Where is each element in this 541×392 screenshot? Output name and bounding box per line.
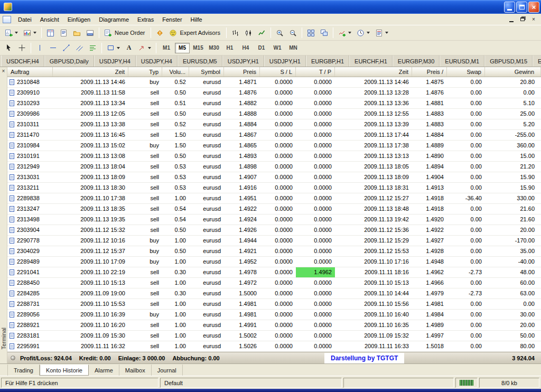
terminal-tab-konto-historie[interactable]: Konto Historie <box>40 365 89 376</box>
cascade-windows-button[interactable] <box>318 27 330 39</box>
timeframe-h1-button[interactable]: H1 <box>222 43 237 53</box>
text-tool-button[interactable]: A <box>123 42 135 54</box>
table-row[interactable]: 22831812009.11.09 15:30sell1.00eurusd1.5… <box>7 331 541 341</box>
column-header-open-price[interactable]: Preis <box>224 67 260 77</box>
expert-advisors-button[interactable]: Expert Advisors <box>167 27 223 39</box>
terminal-panel-button[interactable] <box>84 27 96 39</box>
table-row[interactable]: 23102932009.11.13 13:34sell0.51eurusd1.4… <box>7 98 541 109</box>
data-window-button[interactable] <box>58 27 70 39</box>
tile-windows-button[interactable] <box>305 27 317 39</box>
chart-tab-11[interactable]: GBPUSD,M15 <box>484 55 533 67</box>
minimize-button[interactable] <box>504 2 515 13</box>
column-header-order[interactable]: Auftrag <box>7 67 53 77</box>
table-row[interactable]: 23099862009.11.13 12:05sell0.50eurusd1.4… <box>7 109 541 119</box>
zoom-out-button[interactable] <box>287 27 299 39</box>
chart-tab-5[interactable]: USDJPY,H1 <box>222 55 264 67</box>
indicators-button[interactable] <box>336 27 353 39</box>
timeframe-m5-button[interactable]: M5 <box>175 43 190 53</box>
chart-tab-12[interactable]: EU <box>533 55 541 67</box>
table-row[interactable]: 22959912009.11.11 16:32sell1.00eurusd1.5… <box>7 341 541 352</box>
column-header-swap[interactable]: Swap <box>447 67 485 77</box>
column-header-profit[interactable]: Gewinn <box>485 67 541 77</box>
column-header-tp[interactable]: T / P <box>296 67 335 77</box>
new-chart-button[interactable] <box>3 27 20 39</box>
menu-item-ansicht[interactable]: Ansicht <box>36 14 63 25</box>
column-header-close-price[interactable]: Preis / <box>412 67 447 77</box>
line-chart-button[interactable] <box>256 27 268 39</box>
menu-item-datei[interactable]: Datei <box>14 14 36 25</box>
table-row[interactable]: 22898382009.11.10 17:38sell1.00eurusd1.4… <box>7 193 541 204</box>
chart-tab-7[interactable]: EURGBP,H1 <box>306 55 349 67</box>
chart-tab-10[interactable]: EURUSD,M1 <box>440 55 484 67</box>
candlestick-chart-button[interactable] <box>242 27 255 39</box>
chart-tab-0[interactable]: USDCHF,H4 <box>1 55 44 67</box>
menu-item-extras[interactable]: Extras <box>133 14 158 25</box>
table-row[interactable]: 23134982009.11.13 19:35sell0.54eurusd1.4… <box>7 214 541 225</box>
timeframe-m1-button[interactable]: M1 <box>159 43 174 53</box>
timeframe-d1-button[interactable]: D1 <box>254 43 269 53</box>
column-header-sl[interactable]: S / L <box>260 67 296 77</box>
bar-chart-button[interactable] <box>229 27 241 39</box>
table-row[interactable]: 22910412009.11.10 22:19sell0.30eurusd1.4… <box>7 267 541 278</box>
chart-tab-9[interactable]: EURGBP,M30 <box>393 55 440 67</box>
chart-tab-2[interactable]: USDJPY,H4 <box>94 55 136 67</box>
column-header-type[interactable]: Typ <box>128 67 162 77</box>
terminal-tab-mailbox[interactable]: Mailbox <box>119 365 152 376</box>
maximize-button[interactable] <box>516 2 527 13</box>
zoom-in-button[interactable] <box>274 27 286 39</box>
table-row[interactable]: 23114702009.11.13 16:45sell1.50eurusd1.4… <box>7 130 541 141</box>
table-row[interactable]: 23101912009.11.13 13:08sell0.50eurusd1.4… <box>7 151 541 162</box>
chart-tab-4[interactable]: EURUSD,M5 <box>178 55 222 67</box>
table-row[interactable]: 23108482009.11.13 14:46buy0.52eurusd1.48… <box>7 77 541 88</box>
periods-button[interactable] <box>355 27 372 39</box>
channel-tool-button[interactable] <box>73 42 86 54</box>
table-row[interactable]: 23109842009.11.13 15:02buy1.50eurusd1.48… <box>7 141 541 151</box>
new-order-button[interactable]: Neue Order <box>102 27 148 39</box>
metaeditor-button[interactable] <box>154 27 166 39</box>
table-row[interactable]: 23132472009.11.13 18:35sell0.54eurusd1.4… <box>7 204 541 214</box>
chart-tab-3[interactable]: USDJPY,H4 <box>136 55 178 67</box>
vertical-line-tool-button[interactable] <box>34 42 46 54</box>
column-header-open-time[interactable]: Zeit <box>53 67 128 77</box>
table-row[interactable]: 23040292009.11.12 15:37buy0.50eurusd1.49… <box>7 246 541 257</box>
table-row[interactable]: 22887312009.11.10 15:53sell1.00eurusd1.4… <box>7 299 541 310</box>
mdi-close-button[interactable]: × <box>529 15 538 23</box>
table-row[interactable]: 22894892009.11.10 17:09buy1.00eurusd1.49… <box>7 257 541 267</box>
templates-button[interactable] <box>373 27 390 39</box>
menu-item-einfügen[interactable]: Einfügen <box>63 14 95 25</box>
table-row[interactable]: 22890562009.11.10 16:39buy1.00eurusd1.49… <box>7 310 541 320</box>
chart-tab-1[interactable]: GBPUSD,Daily <box>44 55 94 67</box>
table-row[interactable]: 23129492009.11.13 18:04sell0.53eurusd1.4… <box>7 162 541 172</box>
fibonacci-tool-button[interactable] <box>87 42 99 54</box>
column-header-close-time[interactable]: Zeit <box>335 67 412 77</box>
trendline-tool-button[interactable] <box>60 42 72 54</box>
terminal-close-button[interactable]: × <box>2 68 5 74</box>
terminal-tab-journal[interactable]: Journal <box>152 365 183 376</box>
table-row[interactable]: 22889212009.11.10 16:20sell1.00eurusd1.4… <box>7 320 541 331</box>
column-header-volume[interactable]: Volu... <box>162 67 189 77</box>
table-row[interactable]: 23099102009.11.13 11:58sell0.50eurusd1.4… <box>7 88 541 98</box>
table-row[interactable]: 23103112009.11.13 13:38sell0.52eurusd1.4… <box>7 119 541 130</box>
cursor-tool-button[interactable] <box>3 42 15 54</box>
arrows-tool-button[interactable] <box>136 42 153 54</box>
navigator-button[interactable] <box>71 27 83 39</box>
timeframe-m30-button[interactable]: M30 <box>207 43 221 53</box>
chart-tab-8[interactable]: EURCHF,H1 <box>349 55 393 67</box>
terminal-tab-trading[interactable]: Trading <box>7 365 40 376</box>
timeframe-h4-button[interactable]: H4 <box>238 43 253 53</box>
timeframe-w1-button[interactable]: W1 <box>270 43 285 53</box>
mdi-minimize-button[interactable] <box>507 15 516 23</box>
timeframe-mn-button[interactable]: MN <box>286 43 301 53</box>
profiles-button[interactable] <box>21 27 39 39</box>
shapes-tool-button[interactable] <box>105 42 122 54</box>
table-row[interactable]: 22842852009.11.09 19:00sell0.30eurusd1.5… <box>7 288 541 299</box>
chart-tab-6[interactable]: USDJPY,H1 <box>264 55 306 67</box>
table-row[interactable]: 23132112009.11.13 18:30sell0.53eurusd1.4… <box>7 183 541 193</box>
table-row[interactable]: 22907782009.11.12 10:16buy1.00eurusd1.49… <box>7 236 541 246</box>
menu-item-hilfe[interactable]: Hilfe <box>186 14 207 25</box>
timeframe-m15-button[interactable]: M15 <box>191 43 206 53</box>
table-row[interactable]: 23039042009.11.12 15:32sell0.50eurusd1.4… <box>7 225 541 236</box>
horizontal-line-tool-button[interactable] <box>47 42 59 54</box>
market-watch-button[interactable] <box>44 27 57 39</box>
crosshair-tool-button[interactable] <box>16 42 28 54</box>
